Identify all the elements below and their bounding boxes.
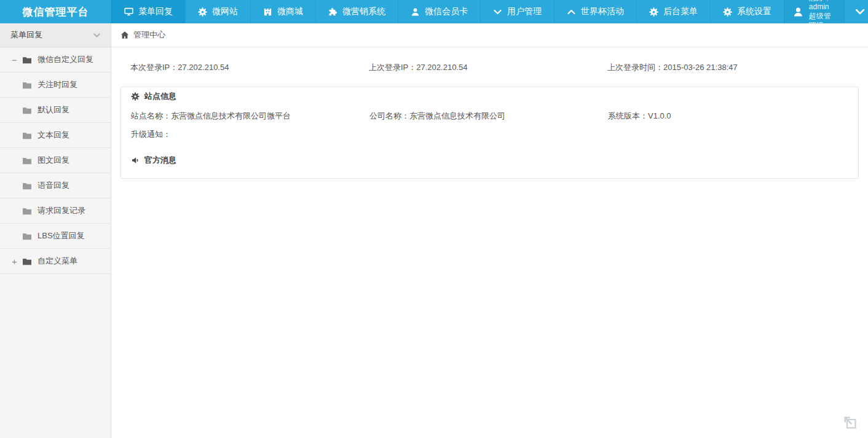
- current-login-ip-label: 本次登录IP：: [130, 63, 178, 72]
- user-icon: [411, 7, 420, 17]
- gear-icon: [198, 7, 207, 17]
- company-name-label: 公司名称：: [369, 111, 409, 120]
- site-info-title-row: 站点信息: [131, 92, 848, 101]
- last-login-ip-label: 上次登录IP：: [369, 63, 416, 72]
- nav-item-system-settings[interactable]: 系统设置: [710, 0, 784, 23]
- last-login-ip-value: 27.202.210.54: [416, 63, 467, 72]
- sidebar-item-image-text-reply[interactable]: 图文回复: [0, 148, 111, 173]
- upgrade-notice-label: 升级通知：: [131, 130, 171, 139]
- folder-icon: [22, 55, 32, 65]
- sidebar-item-lbs-location-reply[interactable]: LBS位置回复: [0, 224, 111, 249]
- nav-item-user-management[interactable]: 用户管理: [480, 0, 554, 23]
- system-version-field: 系统版本：V1.0.0: [608, 111, 848, 121]
- sidebar-item-voice-reply[interactable]: 语音回复: [0, 173, 111, 198]
- site-name-label: 站点名称：: [131, 111, 171, 120]
- app-logo: 微信管理平台: [0, 0, 111, 23]
- chevron-down-icon: [93, 31, 101, 39]
- main-content: 管理中心 本次登录IP：27.202.210.54 上次登录IP：27.202.…: [111, 23, 868, 438]
- nav-item-label: 菜单回复: [138, 6, 173, 17]
- sidebar-item-label: 微信自定义回复: [37, 54, 93, 65]
- nav-item-label: 后台菜单: [663, 6, 698, 17]
- sidebar-item-wechat-custom-reply[interactable]: − 微信自定义回复: [0, 47, 111, 72]
- shop-icon: [263, 7, 272, 17]
- last-login-ip: 上次登录IP：27.202.210.54: [369, 62, 607, 73]
- nav-item-worldcup-activity[interactable]: 世界杯活动: [554, 0, 636, 23]
- company-name-value: 东营微点信息技术有限公司: [409, 111, 505, 120]
- sidebar-item-label: 关注时回复: [37, 79, 77, 90]
- gear-icon: [131, 92, 140, 101]
- current-login-ip: 本次登录IP：27.202.210.54: [130, 62, 369, 73]
- home-icon: [120, 31, 129, 39]
- content-area: 本次登录IP：27.202.210.54 上次登录IP：27.202.210.5…: [111, 47, 868, 179]
- system-version-label: 系统版本：: [608, 111, 648, 120]
- sidebar-item-label: 图文回复: [37, 155, 69, 166]
- site-info-fields-row: 站点名称：东营微点信息技术有限公司微平台 公司名称：东营微点信息技术有限公司 系…: [131, 111, 848, 121]
- sidebar-item-request-reply-log[interactable]: 请求回复记录: [0, 198, 111, 224]
- last-login-time: 上次登录时间：2015-03-26 21:38:47: [607, 62, 849, 73]
- nav-item-label: 用户管理: [507, 6, 542, 17]
- sidebar-header[interactable]: 菜单回复: [0, 23, 111, 47]
- sidebar-item-label: 语音回复: [37, 180, 69, 191]
- gear-icon: [649, 7, 658, 17]
- last-login-time-value: 2015-03-26 21:38:47: [663, 63, 738, 72]
- top-nav: 菜单回复 微网站 微商城 微营销系统 微信会员卡 用户管理 世界杯活动 后台菜: [111, 0, 868, 23]
- sidebar-item-default-reply[interactable]: 默认回复: [0, 98, 111, 123]
- nav-item-label: 微商城: [277, 6, 303, 17]
- folder-icon: [22, 232, 32, 241]
- login-info-row: 本次登录IP：27.202.210.54 上次登录IP：27.202.210.5…: [120, 47, 859, 87]
- nav-item-label: 世界杯活动: [581, 6, 624, 17]
- page-layout: 菜单回复 − 微信自定义回复 关注时回复 默认回复 文本回复 图文回复: [0, 23, 868, 438]
- sidebar-item-text-reply[interactable]: 文本回复: [0, 123, 111, 148]
- site-info-panel: 站点信息 站点名称：东营微点信息技术有限公司微平台 公司名称：东营微点信息技术有…: [120, 87, 859, 179]
- avatar: [793, 4, 803, 20]
- chevron-down-icon: [493, 7, 502, 17]
- sidebar-item-label: 文本回复: [37, 130, 69, 141]
- sidebar: 菜单回复 − 微信自定义回复 关注时回复 默认回复 文本回复 图文回复: [0, 23, 111, 438]
- official-message-title: 官方消息: [144, 155, 176, 165]
- current-login-ip-value: 27.202.210.54: [178, 63, 229, 72]
- user-menu[interactable]: 您好，admin 超级管理组: [784, 0, 844, 23]
- sidebar-header-label: 菜单回复: [10, 29, 42, 41]
- sidebar-item-follow-reply[interactable]: 关注时回复: [0, 72, 111, 98]
- folder-icon: [22, 131, 32, 140]
- site-info-title: 站点信息: [144, 92, 176, 101]
- breadcrumb: 管理中心: [111, 23, 868, 47]
- sidebar-item-label: 自定义菜单: [37, 256, 77, 267]
- nav-item-micro-mall[interactable]: 微商城: [250, 0, 315, 23]
- nav-item-micro-marketing-system[interactable]: 微营销系统: [315, 0, 398, 23]
- nav-item-wechat-member-card[interactable]: 微信会员卡: [398, 0, 480, 23]
- folder-icon: [22, 106, 32, 115]
- breadcrumb-item-admin-center[interactable]: 管理中心: [133, 29, 165, 41]
- sidebar-item-label: LBS位置回复: [37, 230, 85, 241]
- site-name-field: 站点名称：东营微点信息技术有限公司微平台: [131, 111, 369, 121]
- company-name-field: 公司名称：东营微点信息技术有限公司: [369, 111, 608, 121]
- folder-icon: [22, 206, 32, 216]
- nav-item-micro-website[interactable]: 微网站: [185, 0, 250, 23]
- site-name-value: 东营微点信息技术有限公司微平台: [171, 111, 291, 120]
- gear-icon: [723, 7, 732, 17]
- nav-item-label: 微网站: [212, 6, 238, 17]
- collapse-toggle[interactable]: −: [12, 55, 22, 65]
- nav-item-label: 微营销系统: [342, 6, 385, 17]
- folder-icon: [22, 181, 32, 190]
- folder-icon: [22, 257, 32, 266]
- navbar-collapse-button[interactable]: [844, 0, 868, 23]
- chevron-up-icon: [567, 7, 576, 17]
- expand-toggle[interactable]: +: [12, 256, 22, 267]
- sidebar-item-label: 默认回复: [37, 104, 69, 115]
- official-message-title-row: 官方消息: [131, 155, 848, 165]
- nav-item-backend-menu[interactable]: 后台菜单: [636, 0, 710, 23]
- nav-item-label: 微信会员卡: [425, 6, 468, 17]
- sidebar-item-custom-menu[interactable]: + 自定义菜单: [0, 249, 111, 274]
- last-login-time-label: 上次登录时间：: [607, 63, 663, 72]
- chevron-down-icon: [854, 6, 866, 17]
- nav-item-label: 系统设置: [737, 6, 771, 17]
- system-version-value: V1.0.0: [648, 111, 671, 120]
- folder-icon: [22, 156, 32, 165]
- popout-resize-icon: [843, 415, 858, 430]
- sidebar-item-label: 请求回复记录: [37, 205, 85, 216]
- folder-icon: [22, 80, 32, 90]
- upgrade-notice-field: 升级通知：: [131, 130, 848, 139]
- nav-item-menu-reply[interactable]: 菜单回复: [111, 0, 185, 23]
- puzzle-icon: [328, 7, 337, 17]
